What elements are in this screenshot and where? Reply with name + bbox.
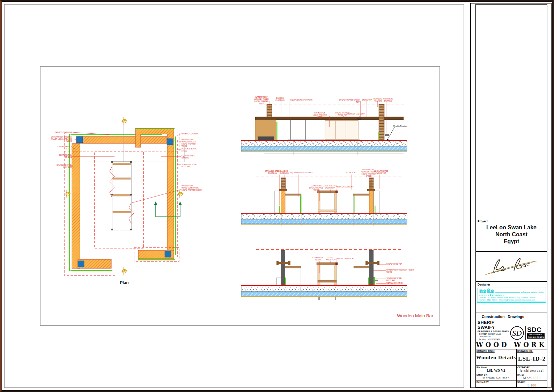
sdc-acronym: SDC <box>527 327 545 333</box>
designer-box: Designer ns&a architectural planning | d… <box>475 281 547 312</box>
section-label: EQUIPMENTS BY OTHERS <box>290 99 315 101</box>
drawing-title-label: DRAWING TITLE: <box>476 349 516 352</box>
file-name: LSL-WD-V.1 <box>476 369 516 372</box>
consultant-box: Construction Drawings SHERIF SWAIFY DESI… <box>475 312 547 340</box>
project-label: Project: <box>476 218 547 223</box>
nsa-logo: ns&a <box>479 289 494 294</box>
plan-label: EQUIPMENT BY OTHERS <box>182 155 204 159</box>
section-label: CUPBOARDS WOOD <box>311 257 325 261</box>
section-label: INDIRECT LED LIGHT <box>336 186 358 188</box>
plan-label: STAINLESS STEEL FOOT RAIL <box>47 164 72 168</box>
ground-layers <box>241 213 407 225</box>
sdc-designers: DESIGNERS <box>527 333 545 336</box>
section-label: EQUIPMENTS BY OTHERS <box>290 171 316 173</box>
ground-layers <box>241 140 407 152</box>
revised-by-label: Revised BY: <box>476 380 516 383</box>
section-label: LOCAL WOOD TOP <box>386 263 412 265</box>
sdc-consultants: CONSULTANTS <box>527 336 545 339</box>
project-name: LeeLoo Swan Lake North Coast Egypt <box>476 224 547 245</box>
plan-label: STAINLESS STEEL FOOT RAIL <box>182 163 204 168</box>
section-title: WOOD WORK <box>475 340 547 349</box>
plan-label: POLISHED BLACK STEEL <box>182 148 204 152</box>
project-box: Project: LeeLoo Swan Lake North Coast Eg… <box>475 218 547 252</box>
firm-address: CAIRO-EGYPT. <box>479 335 510 338</box>
file-name-label: File Name: <box>476 366 516 369</box>
drawing-info-grid: DRAWING TITLE: Wooden Details DRAWING NO… <box>475 349 547 387</box>
plan-label: EQUIPMENT BY OTHERS <box>47 154 72 158</box>
drawing-no: LSL-ID-2 <box>517 355 547 362</box>
section-label: BAMBOO CLADDING <box>272 97 288 101</box>
date-label: DATE: <box>517 373 547 376</box>
section-label: METALLIC FIXATION <box>386 282 411 284</box>
section-label: WATERPROOF WOODEN FILLER LOCAL TREATED W… <box>252 96 271 104</box>
section-label: WATERPROOF WOODEN FILLER WOOD <box>386 269 416 273</box>
title-block: Project: LeeLoo Swan Lake North Coast Eg… <box>470 3 552 388</box>
section-label: INDIRECT LED LIGHT <box>347 113 369 115</box>
ground-layers <box>241 285 407 297</box>
drawn-by-label: Drawn BY: <box>476 373 516 376</box>
plan-label: WATERPROOF WOOD CUPBOARDS LOCAL TREATED … <box>182 185 206 191</box>
sdc-monogram-icon: SD <box>510 326 524 340</box>
divider <box>525 326 526 340</box>
leeloo-signature-icon <box>476 252 547 281</box>
scale: 1:100 <box>517 384 547 387</box>
plan-view <box>64 117 184 275</box>
plan-label: WATERPROOF WOODEN FILLER LOCAL TREATED W… <box>182 139 204 147</box>
svg-text:SD: SD <box>512 329 522 338</box>
plan-label: POLISHED BLACK STEEL <box>47 146 72 150</box>
section-label: CONCRETE SKIRTING <box>382 98 395 102</box>
date: MAY-2023 <box>517 376 547 380</box>
section-label: STONE TOP <box>344 171 357 173</box>
drawing-title: Wooden Details <box>476 355 516 361</box>
plan-caption: Plan <box>109 280 140 285</box>
section-label: STAINLESS STEEL FOOT RAIL <box>386 277 406 281</box>
plan-label: WATERPROOF WOODEN FILLER LOCAL TREATED W… <box>47 136 72 142</box>
metallic-fixation-note: Metallic Fixation <box>393 125 415 127</box>
plan-label: BAMBOO CLADDING <box>182 133 204 135</box>
section-2 <box>241 175 407 226</box>
drawing-no-label: DRAWING NO.: <box>517 349 547 352</box>
designer-address: Sin el Fil, 107 Camille Chamoun Street, … <box>479 297 544 298</box>
construction-drawing <box>40 67 439 325</box>
section-1 <box>241 101 407 155</box>
section-label: BAMBOO CLADDING <box>277 170 291 174</box>
designer-tagline: architectural planning | design <box>521 291 544 294</box>
firm-address: 5 STREET 263-NEW MAADI <box>479 333 510 335</box>
scale-label: SCALE: <box>517 380 547 383</box>
section-label: CUPBOARDS LOCAL TREATED WOOD <box>310 112 330 118</box>
designer-logo-subtitle: new step & associates <box>479 294 544 296</box>
section-label: LOCAL TREATED WOOD TOP <box>373 170 389 174</box>
signature-box <box>475 251 547 282</box>
divider <box>495 292 520 293</box>
drawing-name-caption: Wooden Main Bar <box>363 313 433 318</box>
designer-label: Designer <box>476 282 547 287</box>
drawn-by: Mariam Soliman <box>476 376 516 380</box>
firm-name: SHERIF SWAIFY <box>478 320 510 330</box>
category-label: CATEGORY: <box>517 366 547 369</box>
section-label: LOCAL TREATED WOOD TOP <box>337 99 360 103</box>
drawing-sheet-page: BAMBOO CLADDING WATERPROOF WOODEN FILLER… <box>0 0 554 392</box>
plan-label: BAMBOO CLADDING <box>47 131 72 133</box>
construction-drawings-label: Construction Drawings <box>482 315 545 319</box>
designer-logo-box: ns&a architectural planning | design new… <box>477 287 546 303</box>
title-block-empty-box <box>475 4 547 218</box>
category: Architectural <box>517 369 547 372</box>
section-label: INDIRECT LED LIGHT <box>337 258 358 260</box>
section-label: LOCAL WOOD TOP <box>324 257 337 261</box>
designer-contact: Tel/Fax : +961 1 490216 - 7 mail: info@n… <box>479 299 544 301</box>
firm-subtitle: DESIGNERS & CONSULTANTS <box>478 330 510 332</box>
drawing-sheet: BAMBOO CLADDING WATERPROOF WOODEN FILLER… <box>40 66 440 326</box>
